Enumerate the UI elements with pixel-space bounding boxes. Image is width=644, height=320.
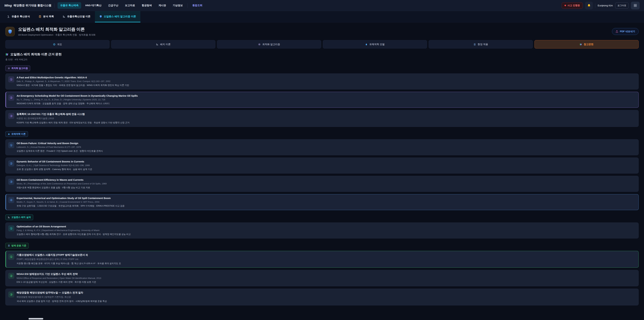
reference-card[interactable]: ②An Emergency Scheduling Model for Oil C… bbox=[5, 92, 639, 108]
notifications-button[interactable] bbox=[585, 2, 593, 10]
section-tab-3[interactable]: 유체역학 모델 bbox=[323, 40, 427, 49]
nav-item-7[interactable]: 통합조회 bbox=[190, 2, 205, 9]
reference-meta: ITOPF | 해양경찰청·해양환경관리공단 번역 | © 2011 ITOPF… bbox=[16, 258, 121, 261]
section-tab-0[interactable]: 개요 bbox=[5, 40, 110, 49]
building-icon bbox=[8, 244, 10, 247]
shield-icon bbox=[8, 29, 12, 34]
reference-card[interactable]: ①Optimization of an Oil Boom Arrangement… bbox=[5, 222, 639, 238]
reference-body: Oil Boom Containment Efficiency in Waves… bbox=[16, 178, 107, 189]
section-tab-label: 최적화 알고리즘 bbox=[262, 43, 280, 46]
set-square-icon bbox=[8, 216, 10, 218]
page-subtitle: Oil Boom Deployment Optimization · 유출유 확… bbox=[18, 33, 96, 37]
reference-description: 국내 해역 오일펜스 운용 법적 기준 · 방제정 연계 전개 절차 · 서해/… bbox=[16, 300, 107, 303]
reference-number-badge: ② bbox=[8, 95, 14, 101]
reference-title: Oil Boom Containment Efficiency in Waves… bbox=[16, 178, 107, 181]
reference-title: An Emergency Scheduling Model for Oil Co… bbox=[16, 94, 138, 97]
section-tab-2[interactable]: 최적화 알고리즘 bbox=[217, 40, 321, 49]
reference-card[interactable]: ①Oil Boom Failure: Critical Velocity and… bbox=[5, 139, 639, 155]
reference-description: ESI 1~10 등급별 방제 우선순위 · 오일펜스 가중 배치 전략 · 취… bbox=[16, 280, 101, 283]
references-section: 오일펜스 배치 최적화 이론 근거 문헌 총 12편 · 4개 카테고리 최적화… bbox=[0, 49, 644, 305]
reference-body: 등록특허 10-1567431 기반 유출유 확산예측-방제 연동 시스템이문진… bbox=[16, 113, 130, 124]
nav-item-3[interactable]: 보고자료 bbox=[122, 2, 138, 9]
reference-title: 등록특허 10-1567431 기반 유출유 확산예측-방제 연동 시스템 bbox=[16, 113, 130, 116]
nav-item-5[interactable]: 게시판 bbox=[156, 2, 169, 9]
pdf-export-button[interactable]: PDF 내보내기 bbox=[612, 28, 639, 35]
reference-body: 해양경찰청 해양오염방제 업무매뉴얼 — 오일펜스 전개 절차해양경찰청 해양오… bbox=[16, 291, 107, 303]
section-tab-bar: 개요배치 이론최적화 알고리즘유체역학 모델현장 적용참고문헌 bbox=[5, 40, 639, 49]
alert-dot-icon bbox=[564, 5, 566, 6]
sub-tab-bar: 유출유 확산분석분석 목록유출유확산모델 이론오일펜스 배치 알고리즘 이론 bbox=[0, 11, 644, 23]
set-square-icon bbox=[156, 43, 158, 46]
section-tab-label: 유체역학 모델 bbox=[369, 43, 384, 46]
hamburger-icon bbox=[634, 4, 637, 5]
export-icon bbox=[616, 30, 618, 33]
reference-number-badge: ① bbox=[8, 254, 14, 260]
reference-card[interactable]: ③해양경찰청 해양오염방제 업무매뉴얼 — 오일펜스 전개 절차해양경찰청 해양… bbox=[5, 289, 639, 305]
nav-item-4[interactable]: 항공탐색 bbox=[139, 2, 154, 9]
reference-meta: 해양경찰청 해양오염대응국 | 방제업무 기본지침, 최신판 bbox=[16, 295, 107, 298]
reference-card[interactable]: ②Dynamic Behavior of Oil Containment Boo… bbox=[5, 158, 639, 173]
gear-icon bbox=[258, 43, 260, 46]
page-header: 오일펜스 배치 최적화 알고리즘 이론 Oil Boom Deployment … bbox=[0, 23, 644, 39]
section-tab-label: 배치 이론 bbox=[160, 43, 170, 46]
reference-number-badge: ③ bbox=[8, 291, 14, 297]
sub-tab-3[interactable]: 오일펜스 배치 알고리즘 이론 bbox=[95, 11, 140, 22]
reference-title: Dynamic Behavior of Oil Containment Boom… bbox=[16, 160, 92, 163]
reference-description: NSGA-II 원전 · 비지배 정렬 + 혼잡도 거리 · 파레토 전면 탐색… bbox=[16, 84, 129, 87]
reference-meta: Fang, J. & Wong, K.-F.V. | Department of… bbox=[16, 229, 131, 232]
page-title-block: 오일펜스 배치 최적화 알고리즘 이론 Oil Boom Deployment … bbox=[18, 27, 96, 37]
bell-icon bbox=[587, 4, 591, 8]
reference-body: Optimization of an Oil Boom ArrangementF… bbox=[16, 225, 131, 236]
reference-card[interactable]: ①A Fast and Elitist Multiobjective Genet… bbox=[5, 74, 639, 89]
references-heading: 오일펜스 배치 최적화 이론 근거 문헌 bbox=[5, 52, 639, 57]
category-badge-1: 유체역학 이론 bbox=[5, 131, 28, 137]
divider bbox=[54, 3, 54, 8]
section-tab-1[interactable]: 배치 이론 bbox=[111, 40, 215, 49]
category-label: 방제 운용 기준 bbox=[12, 244, 26, 247]
horizontal-scrollbar-thumb[interactable] bbox=[28, 318, 43, 319]
sub-tab-0[interactable]: 유출유 확산분석 bbox=[3, 11, 34, 22]
nav-item-1[interactable]: HNS·대기확산 bbox=[82, 2, 104, 9]
reference-meta: Delvigne, G.A.L. | Spill Science & Techn… bbox=[16, 164, 92, 167]
reference-description: 커튼형·펜스형·해안용 분류 · 6가지 기름 유실 메커니즘 · 힘 계산 공… bbox=[16, 262, 121, 265]
shield-icon bbox=[99, 15, 102, 18]
gear-icon bbox=[8, 67, 10, 70]
nav-item-0[interactable]: 유출유 확산예측 bbox=[58, 2, 81, 9]
hamburger-menu-button[interactable] bbox=[631, 2, 640, 10]
reference-description: IMOGWO 다목적 최적화 · 오일필름 동적 모델 · 경제·생태 손실 정… bbox=[16, 102, 138, 105]
microscope-icon bbox=[7, 15, 10, 18]
reference-meta: Xu, Y., Zhang, L., Zheng, P., Liu, G., &… bbox=[16, 98, 138, 101]
building-icon bbox=[474, 43, 476, 46]
sub-tab-1[interactable]: 분석 목록 bbox=[34, 11, 58, 22]
reference-card[interactable]: ①기름오염방제시 오일펜스 사용지침 (ITOPF 방제기술정보문서 3)ITO… bbox=[5, 251, 639, 268]
nav-item-2[interactable]: 긴급구난 bbox=[106, 2, 121, 9]
reference-card[interactable]: ④Experimental, Numerical and Optimisatio… bbox=[5, 194, 639, 210]
reference-card[interactable]: ③Oil Boom Containment Efficiency in Wave… bbox=[5, 176, 639, 192]
reference-meta: Leibovich, S. | Annual Review of Fluid M… bbox=[16, 146, 103, 148]
reference-number-badge: ② bbox=[8, 273, 14, 279]
section-tab-label: 현장 적용 bbox=[478, 43, 488, 46]
section-tab-label: 참고문헌 bbox=[584, 43, 594, 46]
set-square-icon bbox=[62, 15, 66, 18]
clipboard-icon bbox=[38, 15, 42, 18]
logout-button[interactable]: 로그아웃 bbox=[615, 3, 628, 9]
reference-number-badge: ④ bbox=[8, 197, 14, 203]
reference-list: 최적화 알고리즘①A Fast and Elitist Multiobjecti… bbox=[5, 61, 639, 305]
nav-item-6[interactable]: 기상정보 bbox=[170, 2, 186, 9]
app-title: 해양환경 위기대응 통합시스템 bbox=[14, 4, 51, 8]
section-tab-4[interactable]: 현장 적용 bbox=[429, 40, 533, 49]
incident-status-badge[interactable]: 사고 진행중 bbox=[562, 2, 583, 9]
sub-tab-label: 유출유확산모델 이론 bbox=[67, 15, 90, 18]
sub-tab-2[interactable]: 유출유확산모델 이론 bbox=[58, 11, 95, 22]
section-tab-5[interactable]: 참고문헌 bbox=[534, 40, 639, 49]
reference-title: Experimental, Numerical and Optimisation… bbox=[16, 197, 124, 199]
globe-icon bbox=[53, 43, 56, 46]
main-nav: 유출유 확산예측HNS·대기확산긴급구난보고자료항공탐색게시판기상정보통합조회 bbox=[58, 2, 559, 9]
reference-card[interactable]: ③등록특허 10-1567431 기반 유출유 확산예측-방제 연동 시스템이문… bbox=[5, 110, 639, 127]
reference-number-badge: ③ bbox=[8, 113, 14, 119]
brand: Wing 해양환경 위기대응 통합시스템 bbox=[4, 4, 51, 8]
reference-card[interactable]: ②NOAA ESI 방제정보지도 기반 오일펜스 우선 배치 전략NOAA Of… bbox=[5, 270, 639, 286]
reference-meta: 이문진 외 | 한국해양과학기술원 | 2015 bbox=[16, 117, 130, 120]
category-badge-3: 방제 운용 기준 bbox=[5, 243, 29, 248]
page-title: 오일펜스 배치 최적화 알고리즘 이론 bbox=[18, 27, 96, 32]
